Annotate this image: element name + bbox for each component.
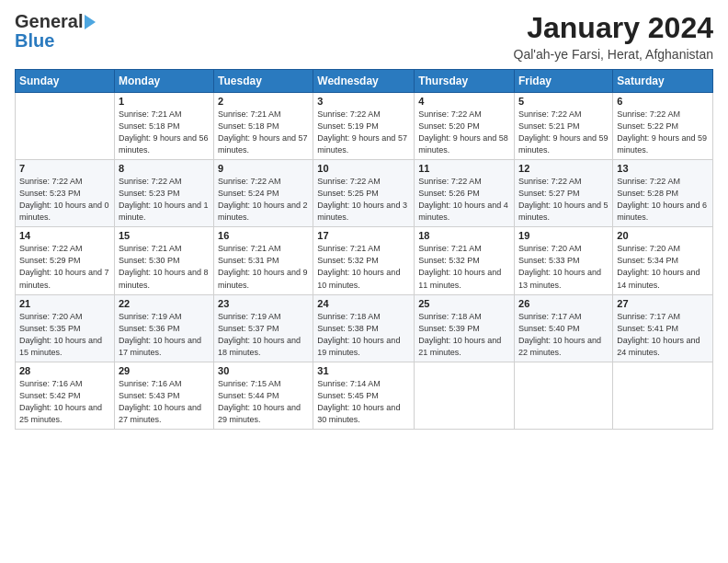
day-number: 28 <box>19 365 110 376</box>
table-row: 26Sunrise: 7:17 AMSunset: 5:40 PMDayligh… <box>515 294 613 362</box>
table-row: 8Sunrise: 7:22 AMSunset: 5:23 PMDaylight… <box>114 160 213 227</box>
table-row <box>16 93 115 160</box>
day-number: 8 <box>119 163 210 174</box>
day-info: Sunrise: 7:20 AMSunset: 5:35 PMDaylight:… <box>19 311 110 359</box>
day-number: 25 <box>418 298 510 309</box>
day-info: Sunrise: 7:16 AMSunset: 5:43 PMDaylight:… <box>119 378 210 426</box>
day-info: Sunrise: 7:17 AMSunset: 5:41 PMDaylight:… <box>617 311 709 359</box>
day-info: Sunrise: 7:22 AMSunset: 5:28 PMDaylight:… <box>617 176 709 224</box>
day-number: 18 <box>418 230 510 241</box>
logo: General Blue <box>15 11 96 52</box>
col-friday: Friday <box>515 70 613 93</box>
day-number: 20 <box>617 230 709 241</box>
day-info: Sunrise: 7:22 AMSunset: 5:22 PMDaylight:… <box>617 109 709 156</box>
title-block: January 2024 Qal'ah-ye Farsi, Herat, Afg… <box>514 11 713 62</box>
table-row: 21Sunrise: 7:20 AMSunset: 5:35 PMDayligh… <box>16 294 115 362</box>
col-saturday: Saturday <box>613 70 713 93</box>
day-info: Sunrise: 7:18 AMSunset: 5:39 PMDaylight:… <box>418 311 510 359</box>
day-info: Sunrise: 7:19 AMSunset: 5:37 PMDaylight:… <box>218 311 309 359</box>
day-info: Sunrise: 7:22 AMSunset: 5:21 PMDaylight:… <box>518 109 609 156</box>
col-sunday: Sunday <box>16 70 115 93</box>
col-wednesday: Wednesday <box>313 70 415 93</box>
day-info: Sunrise: 7:20 AMSunset: 5:34 PMDaylight:… <box>617 243 709 291</box>
day-info: Sunrise: 7:22 AMSunset: 5:25 PMDaylight:… <box>317 176 410 224</box>
table-row: 3Sunrise: 7:22 AMSunset: 5:19 PMDaylight… <box>313 93 415 160</box>
calendar-week-row: 28Sunrise: 7:16 AMSunset: 5:42 PMDayligh… <box>16 362 713 429</box>
day-number: 24 <box>317 298 410 309</box>
page: General Blue January 2024 Qal'ah-ye Fars… <box>0 0 728 563</box>
day-number: 31 <box>317 365 410 376</box>
day-number: 19 <box>518 230 609 241</box>
day-info: Sunrise: 7:22 AMSunset: 5:20 PMDaylight:… <box>418 109 510 156</box>
table-row: 13Sunrise: 7:22 AMSunset: 5:28 PMDayligh… <box>613 160 713 227</box>
day-info: Sunrise: 7:22 AMSunset: 5:24 PMDaylight:… <box>218 176 309 224</box>
calendar-table: Sunday Monday Tuesday Wednesday Thursday… <box>15 69 713 430</box>
table-row: 11Sunrise: 7:22 AMSunset: 5:26 PMDayligh… <box>415 160 515 227</box>
table-row: 1Sunrise: 7:21 AMSunset: 5:18 PMDaylight… <box>114 93 213 160</box>
day-info: Sunrise: 7:22 AMSunset: 5:26 PMDaylight:… <box>418 176 510 224</box>
day-info: Sunrise: 7:14 AMSunset: 5:45 PMDaylight:… <box>317 378 410 426</box>
table-row <box>613 362 713 429</box>
table-row: 25Sunrise: 7:18 AMSunset: 5:39 PMDayligh… <box>415 294 515 362</box>
day-number: 9 <box>218 163 309 174</box>
day-number: 11 <box>418 163 510 174</box>
day-info: Sunrise: 7:21 AMSunset: 5:18 PMDaylight:… <box>218 109 309 156</box>
day-info: Sunrise: 7:22 AMSunset: 5:23 PMDaylight:… <box>119 176 210 224</box>
day-number: 15 <box>119 230 210 241</box>
day-info: Sunrise: 7:21 AMSunset: 5:18 PMDaylight:… <box>119 109 210 156</box>
day-number: 7 <box>19 163 110 174</box>
table-row: 5Sunrise: 7:22 AMSunset: 5:21 PMDaylight… <box>515 93 613 160</box>
table-row <box>415 362 515 429</box>
calendar-week-row: 21Sunrise: 7:20 AMSunset: 5:35 PMDayligh… <box>16 294 713 362</box>
table-row: 12Sunrise: 7:22 AMSunset: 5:27 PMDayligh… <box>515 160 613 227</box>
header: General Blue January 2024 Qal'ah-ye Fars… <box>15 11 713 62</box>
table-row: 6Sunrise: 7:22 AMSunset: 5:22 PMDaylight… <box>613 93 713 160</box>
day-info: Sunrise: 7:22 AMSunset: 5:29 PMDaylight:… <box>19 243 110 291</box>
table-row: 29Sunrise: 7:16 AMSunset: 5:43 PMDayligh… <box>114 362 213 429</box>
table-row: 2Sunrise: 7:21 AMSunset: 5:18 PMDaylight… <box>214 93 313 160</box>
table-row: 20Sunrise: 7:20 AMSunset: 5:34 PMDayligh… <box>613 227 713 294</box>
location: Qal'ah-ye Farsi, Herat, Afghanistan <box>514 47 713 62</box>
day-info: Sunrise: 7:19 AMSunset: 5:36 PMDaylight:… <box>119 311 210 359</box>
logo-general: General <box>15 11 83 32</box>
table-row: 27Sunrise: 7:17 AMSunset: 5:41 PMDayligh… <box>613 294 713 362</box>
table-row: 31Sunrise: 7:14 AMSunset: 5:45 PMDayligh… <box>313 362 415 429</box>
calendar-week-row: 1Sunrise: 7:21 AMSunset: 5:18 PMDaylight… <box>16 93 713 160</box>
day-info: Sunrise: 7:21 AMSunset: 5:30 PMDaylight:… <box>119 243 210 291</box>
calendar-week-row: 14Sunrise: 7:22 AMSunset: 5:29 PMDayligh… <box>16 227 713 294</box>
day-info: Sunrise: 7:21 AMSunset: 5:31 PMDaylight:… <box>218 243 309 291</box>
table-row: 17Sunrise: 7:21 AMSunset: 5:32 PMDayligh… <box>313 227 415 294</box>
day-number: 6 <box>617 96 709 107</box>
day-info: Sunrise: 7:18 AMSunset: 5:38 PMDaylight:… <box>317 311 410 359</box>
day-number: 27 <box>617 298 709 309</box>
day-info: Sunrise: 7:20 AMSunset: 5:33 PMDaylight:… <box>518 243 609 291</box>
day-info: Sunrise: 7:15 AMSunset: 5:44 PMDaylight:… <box>218 378 309 426</box>
day-number: 5 <box>518 96 609 107</box>
table-row: 10Sunrise: 7:22 AMSunset: 5:25 PMDayligh… <box>313 160 415 227</box>
logo-blue: Blue <box>15 30 54 52</box>
table-row: 9Sunrise: 7:22 AMSunset: 5:24 PMDaylight… <box>214 160 313 227</box>
day-number: 23 <box>218 298 309 309</box>
table-row: 4Sunrise: 7:22 AMSunset: 5:20 PMDaylight… <box>415 93 515 160</box>
day-number: 21 <box>19 298 110 309</box>
day-number: 10 <box>317 163 410 174</box>
table-row: 18Sunrise: 7:21 AMSunset: 5:32 PMDayligh… <box>415 227 515 294</box>
table-row: 28Sunrise: 7:16 AMSunset: 5:42 PMDayligh… <box>16 362 115 429</box>
logo-arrow-icon <box>85 15 96 29</box>
calendar-week-row: 7Sunrise: 7:22 AMSunset: 5:23 PMDaylight… <box>16 160 713 227</box>
day-number: 29 <box>119 365 210 376</box>
table-row: 7Sunrise: 7:22 AMSunset: 5:23 PMDaylight… <box>16 160 115 227</box>
day-number: 1 <box>119 96 210 107</box>
day-info: Sunrise: 7:22 AMSunset: 5:23 PMDaylight:… <box>19 176 110 224</box>
col-monday: Monday <box>114 70 213 93</box>
day-number: 3 <box>317 96 410 107</box>
calendar-header-row: Sunday Monday Tuesday Wednesday Thursday… <box>16 70 713 93</box>
day-number: 22 <box>119 298 210 309</box>
day-number: 16 <box>218 230 309 241</box>
day-number: 30 <box>218 365 309 376</box>
table-row: 16Sunrise: 7:21 AMSunset: 5:31 PMDayligh… <box>214 227 313 294</box>
table-row: 22Sunrise: 7:19 AMSunset: 5:36 PMDayligh… <box>114 294 213 362</box>
table-row: 30Sunrise: 7:15 AMSunset: 5:44 PMDayligh… <box>214 362 313 429</box>
day-info: Sunrise: 7:21 AMSunset: 5:32 PMDaylight:… <box>317 243 410 291</box>
month-title: January 2024 <box>514 11 713 45</box>
